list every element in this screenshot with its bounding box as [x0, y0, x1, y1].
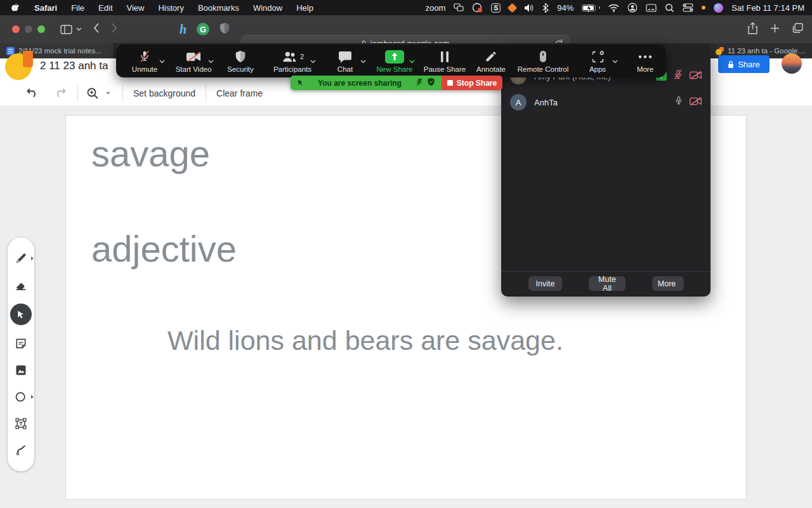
user-avatar[interactable]: [782, 53, 802, 74]
participants-icon: 2: [281, 50, 304, 64]
clear-frame-button[interactable]: Clear frame: [206, 88, 273, 98]
menu-edit[interactable]: Edit: [98, 3, 112, 13]
annotate-button[interactable]: Annotate: [462, 50, 520, 73]
more-dots-icon: [638, 50, 652, 64]
chat-options-chevron[interactable]: [360, 55, 366, 66]
zoom-statusbar-label[interactable]: zoom: [426, 3, 446, 13]
menu-help[interactable]: Help: [296, 3, 313, 13]
sharing-message: You are screen sharing: [304, 79, 416, 88]
more-button[interactable]: More: [617, 50, 674, 73]
mic-muted-icon: [673, 69, 683, 83]
video-off-icon: [690, 70, 702, 83]
participant-row-anhta[interactable]: A AnhTa: [501, 91, 710, 114]
participants-options-chevron[interactable]: [310, 55, 316, 66]
shape-tool[interactable]: [13, 389, 29, 405]
menu-window[interactable]: Window: [253, 3, 282, 13]
control-center-icon[interactable]: [683, 3, 693, 12]
minimize-window-button[interactable]: [25, 25, 32, 33]
pen-flyout-arrow: [31, 257, 34, 260]
eraser-tool[interactable]: [13, 277, 29, 293]
siri-icon[interactable]: [714, 3, 723, 13]
menu-history[interactable]: History: [158, 3, 183, 13]
security-button[interactable]: Security: [212, 50, 269, 73]
share-page-icon[interactable]: [748, 22, 757, 37]
stop-icon: [447, 80, 453, 86]
menubar-clock[interactable]: Sat Feb 11 7:14 PM: [731, 3, 804, 13]
panel-divider: [501, 271, 710, 272]
cursor-arrow-icon: [297, 78, 304, 88]
apps-icon: [591, 50, 605, 64]
spotlight-icon[interactable]: [665, 3, 674, 13]
jamboard-favicon: [716, 47, 724, 55]
honey-extension-icon[interactable]: h: [180, 22, 187, 37]
bluetooth-icon[interactable]: [542, 3, 549, 13]
s-badge-icon[interactable]: S: [491, 3, 501, 13]
shield-extension-icon[interactable]: [219, 22, 230, 37]
textbox-tool[interactable]: [13, 415, 29, 432]
battery-icon: [582, 4, 600, 11]
chat-bubble-icon: [338, 50, 352, 64]
zoom-tool-button[interactable]: [78, 88, 117, 100]
sharing-status: You are screen sharing: [291, 76, 442, 90]
sidebar-toggle-icon[interactable]: [60, 25, 82, 34]
invite-button[interactable]: Invite: [528, 276, 562, 291]
canvas-part-of-speech[interactable]: adjective: [91, 227, 237, 270]
video-off-icon: [690, 97, 702, 109]
menubar-app-name[interactable]: Safari: [34, 3, 57, 13]
camera-dot-icon[interactable]: [472, 3, 483, 13]
notification-dot-icon: [702, 6, 705, 10]
share-button[interactable]: Share: [718, 55, 769, 73]
stop-share-button[interactable]: Stop Share: [442, 76, 502, 90]
menu-bookmarks[interactable]: Bookmarks: [198, 3, 239, 13]
new-tab-icon[interactable]: [770, 23, 780, 36]
shield-icon: [235, 50, 246, 64]
mic-on-icon: [674, 95, 683, 109]
back-button[interactable]: [93, 23, 100, 36]
pencil-icon: [485, 50, 497, 64]
select-tool[interactable]: [10, 304, 32, 325]
shape-flyout-arrow: [31, 395, 34, 399]
sticky-note-tool[interactable]: [13, 335, 29, 352]
mute-all-button[interactable]: Mute All: [589, 276, 625, 291]
pen-tool[interactable]: [13, 250, 29, 267]
orange-diamond-icon[interactable]: [508, 3, 518, 13]
zoom-dropdown-icon: [105, 91, 111, 95]
close-window-button[interactable]: [12, 25, 20, 33]
share-options-chevron[interactable]: [409, 55, 415, 66]
image-tool[interactable]: [13, 362, 29, 378]
mic-muted-icon: [139, 50, 150, 64]
share-screen-icon: [385, 50, 404, 64]
macos-menubar: Safari File Edit View History Bookmarks …: [0, 0, 812, 15]
audio-options-chevron[interactable]: [159, 55, 165, 66]
shield-check-icon: [427, 77, 435, 88]
redo-button[interactable]: [46, 87, 74, 100]
account-icon[interactable]: [627, 3, 638, 13]
grammarly-extension-icon[interactable]: G: [197, 23, 209, 36]
participants-panel: Amy Park (Host, me) A AnhTa: [501, 46, 710, 297]
remote-control-button[interactable]: Remote Control: [514, 50, 572, 73]
menu-file[interactable]: File: [71, 3, 84, 13]
undo-button[interactable]: [19, 87, 46, 100]
volume-icon[interactable]: [524, 4, 534, 12]
video-off-icon: [186, 50, 201, 64]
wifi-icon[interactable]: [608, 4, 619, 12]
tab-overview-icon[interactable]: [792, 23, 803, 36]
screen-sharing-bar: You are screen sharing Stop Share: [291, 76, 502, 90]
mic-muted-mini-icon: [416, 77, 423, 88]
battery-percent: 94%: [557, 3, 573, 13]
forward-button[interactable]: [111, 23, 117, 36]
jamboard-tool-palette: [8, 237, 34, 471]
canvas-word[interactable]: savage: [91, 132, 210, 175]
menu-view[interactable]: View: [127, 3, 145, 13]
zoom-window-button[interactable]: [37, 25, 45, 33]
apple-menu-icon[interactable]: [11, 3, 20, 13]
set-background-button[interactable]: Set background: [123, 88, 206, 98]
window-icon[interactable]: [646, 4, 657, 12]
lock-icon: [728, 60, 734, 69]
display-mirror-icon[interactable]: [454, 3, 464, 12]
participant-name: AnhTa: [534, 98, 667, 107]
panel-more-button[interactable]: More: [652, 276, 684, 291]
canvas-sentence[interactable]: Wild lions and bears are savage.: [167, 325, 563, 356]
laser-tool[interactable]: [13, 442, 29, 458]
jam-title[interactable]: 2 11 23 anh ta: [40, 60, 108, 72]
